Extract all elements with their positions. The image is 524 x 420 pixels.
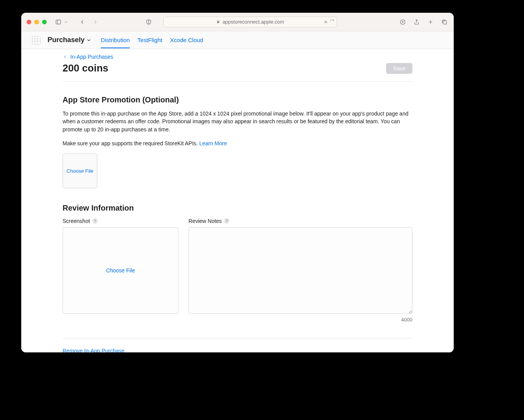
page-content: In-App Purchases 200 coins Save App Stor… xyxy=(63,49,412,352)
share-icon[interactable] xyxy=(413,18,421,26)
promo-heading: App Store Promotion (Optional) xyxy=(63,95,412,104)
sidebar-toggle-icon[interactable] xyxy=(54,18,62,26)
fullscreen-window-button[interactable] xyxy=(42,20,47,24)
svg-rect-6 xyxy=(443,20,447,24)
shield-icon[interactable] xyxy=(145,18,153,26)
chevron-down-icon xyxy=(86,37,92,43)
page-scroll[interactable]: In-App Purchases 200 coins Save App Stor… xyxy=(21,49,454,352)
page-title: 200 coins xyxy=(63,62,109,74)
review-notes-textarea[interactable] xyxy=(188,227,412,314)
save-button[interactable]: Save xyxy=(386,63,412,74)
minimize-window-button[interactable] xyxy=(34,20,39,24)
breadcrumb-back[interactable]: In-App Purchases xyxy=(63,54,412,60)
app-switcher[interactable]: Purchasely xyxy=(47,36,92,44)
breadcrumb-label: In-App Purchases xyxy=(70,54,113,60)
screenshot-upload[interactable]: Choose File xyxy=(63,227,178,314)
chevron-down-icon[interactable] xyxy=(64,18,68,26)
back-button[interactable] xyxy=(78,18,86,26)
app-tabs: Distribution TestFlight Xcode Cloud xyxy=(101,32,203,48)
review-heading: Review Information xyxy=(63,204,412,213)
close-window-button[interactable] xyxy=(27,20,31,24)
promo-description-2: Make sure your app supports the required… xyxy=(63,139,412,147)
tabs-overview-icon[interactable] xyxy=(441,18,448,26)
learn-more-link[interactable]: Learn More xyxy=(199,140,227,146)
downloads-icon[interactable] xyxy=(399,18,407,26)
choose-file-label: Choose File xyxy=(66,168,93,174)
window-controls xyxy=(27,20,47,24)
reload-icon[interactable] xyxy=(330,19,334,25)
chevron-left-icon xyxy=(63,54,67,59)
review-notes-help-icon[interactable]: ? xyxy=(224,218,229,224)
choose-file-label: Choose File xyxy=(106,267,135,274)
svg-rect-0 xyxy=(56,20,61,24)
lock-icon xyxy=(216,20,220,24)
promo-description-1: To promote this in-app purchase on the A… xyxy=(63,110,412,133)
app-icon xyxy=(32,36,41,44)
browser-toolbar: appstoreconnect.apple.com 🀙 xyxy=(21,13,454,31)
app-header: Purchasely Distribution TestFlight Xcode… xyxy=(21,31,454,49)
review-notes-field-label: Review Notes xyxy=(188,218,222,224)
tab-distribution[interactable]: Distribution xyxy=(101,32,130,48)
address-url: appstoreconnect.apple.com xyxy=(222,19,284,25)
screenshot-help-icon[interactable]: ? xyxy=(92,218,98,224)
address-bar[interactable]: appstoreconnect.apple.com 🀙 xyxy=(163,17,337,27)
divider xyxy=(63,81,412,82)
new-tab-icon[interactable] xyxy=(427,18,434,26)
promo-image-upload[interactable]: Choose File xyxy=(63,153,97,188)
tab-xcode-cloud[interactable]: Xcode Cloud xyxy=(170,32,203,48)
app-name-label: Purchasely xyxy=(47,36,85,44)
screenshot-field-label: Screenshot xyxy=(63,218,90,224)
divider xyxy=(63,338,412,338)
remove-iap-link[interactable]: Remove In-App Purchase xyxy=(63,348,412,352)
tab-testflight[interactable]: TestFlight xyxy=(137,32,162,48)
browser-window: appstoreconnect.apple.com 🀙 xyxy=(21,13,454,352)
forward-button[interactable] xyxy=(92,18,99,26)
char-counter: 4000 xyxy=(401,317,412,323)
translate-icon[interactable]: 🀙 xyxy=(324,19,327,24)
